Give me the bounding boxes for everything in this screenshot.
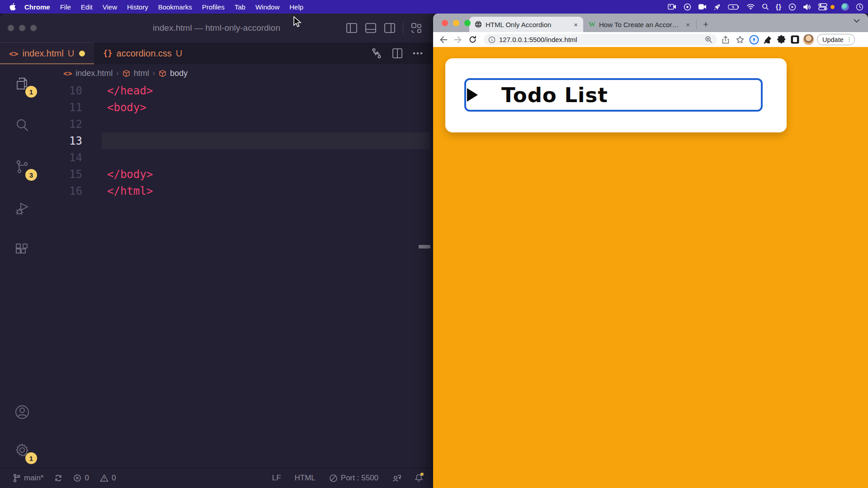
- breadcrumb-file[interactable]: index.html: [75, 69, 113, 78]
- menu-edit[interactable]: Edit: [76, 3, 98, 11]
- menu-profiles[interactable]: Profiles: [197, 3, 230, 11]
- html-file-icon: <>: [63, 69, 72, 78]
- menu-help[interactable]: Help: [284, 3, 308, 11]
- chrome-tab-strip[interactable]: HTML Only Accordion × W How To Create an…: [433, 14, 868, 32]
- minimize-window-button[interactable]: [19, 25, 25, 31]
- code-line: 15 </body>: [44, 166, 433, 183]
- open-changes-icon[interactable]: [371, 47, 382, 59]
- address-bar[interactable]: 127.0.0.1:5500/index.html: [484, 34, 717, 45]
- explorer-icon[interactable]: 1: [9, 70, 35, 97]
- line-number: 15: [44, 168, 82, 181]
- accounts-icon[interactable]: [9, 399, 35, 425]
- line-code: <body>: [107, 101, 146, 114]
- search-icon[interactable]: [9, 112, 35, 138]
- browser-tab-inactive[interactable]: W How To Create an Accordion ×: [583, 17, 695, 32]
- back-icon[interactable]: [438, 36, 449, 43]
- sync-changes-item[interactable]: [54, 474, 62, 482]
- wifi-icon[interactable]: [746, 4, 755, 10]
- tab-filename: index.html: [22, 48, 63, 59]
- record-icon[interactable]: [684, 3, 691, 11]
- menu-chrome[interactable]: Chrome: [19, 3, 55, 11]
- more-actions-icon[interactable]: [412, 52, 423, 55]
- menu-tab[interactable]: Tab: [230, 3, 250, 11]
- breadcrumb-body[interactable]: body: [170, 69, 188, 78]
- browser-tab-active[interactable]: HTML Only Accordion ×: [469, 17, 583, 32]
- close-window-button[interactable]: [8, 25, 14, 31]
- zoom-icon[interactable]: [705, 36, 712, 43]
- tab-search-chevron-icon[interactable]: [854, 19, 860, 23]
- close-tab-icon[interactable]: ×: [686, 21, 690, 28]
- editor-tab-accordion-css[interactable]: {} accordion.css U: [94, 42, 191, 64]
- browser-menu-dots-icon[interactable]: ⋮: [846, 37, 852, 42]
- toggle-primary-sidebar-icon[interactable]: [346, 22, 358, 34]
- profile-avatar[interactable]: [803, 34, 814, 45]
- video-icon[interactable]: [698, 4, 707, 10]
- language-mode[interactable]: HTML: [295, 474, 316, 483]
- accordion-card: Todo List: [445, 58, 787, 132]
- volume-icon[interactable]: [803, 4, 811, 10]
- control-center-icon[interactable]: [818, 3, 827, 10]
- bookmark-star-icon[interactable]: [734, 36, 746, 43]
- code-area[interactable]: 10 </head> 11 <body> 12 13 14: [44, 82, 433, 199]
- source-control-icon[interactable]: 3: [9, 154, 35, 180]
- split-editor-icon[interactable]: [392, 47, 403, 59]
- url-text[interactable]: 127.0.0.1:5500/index.html: [499, 36, 701, 43]
- toggle-panel-icon[interactable]: [365, 22, 377, 34]
- live-share-icon[interactable]: [392, 474, 401, 483]
- eol-indicator[interactable]: LF: [272, 474, 281, 483]
- settings-badge: 1: [25, 452, 37, 464]
- reload-icon[interactable]: [467, 36, 478, 43]
- menu-window[interactable]: Window: [250, 3, 284, 11]
- fullscreen-window-button[interactable]: [464, 20, 471, 26]
- run-debug-icon[interactable]: [9, 195, 35, 221]
- accordion-summary[interactable]: Todo List: [464, 78, 763, 112]
- details-marker-triangle-icon[interactable]: [467, 88, 478, 102]
- settings-gear-icon[interactable]: 1: [9, 437, 35, 463]
- extensions-puzzle-icon[interactable]: [776, 35, 787, 44]
- breadcrumb-html[interactable]: html: [134, 69, 149, 78]
- dark-reader-extension-icon[interactable]: [789, 35, 800, 44]
- live-server-port[interactable]: Port : 5500: [329, 474, 378, 483]
- warnings-item[interactable]: 0: [100, 474, 116, 483]
- battery-icon[interactable]: [728, 4, 740, 10]
- vscode-status-bar: main* 0 0 LF HTML Port : 5500: [0, 468, 433, 488]
- warning-count: 0: [112, 474, 116, 483]
- code-editor[interactable]: <> index.html › html › body 10 </head>: [44, 64, 433, 468]
- notifications-bell-icon[interactable]: [415, 474, 423, 483]
- errors-item[interactable]: 0: [73, 474, 89, 483]
- braces-icon[interactable]: {}: [776, 3, 782, 10]
- password-manager-extension-icon[interactable]: [749, 35, 760, 45]
- clock-icon[interactable]: [856, 3, 863, 11]
- site-info-icon[interactable]: [488, 36, 495, 43]
- forward-icon[interactable]: [452, 36, 464, 43]
- toggle-secondary-sidebar-icon[interactable]: [384, 22, 396, 34]
- menu-file[interactable]: File: [55, 3, 76, 11]
- apple-menu-icon[interactable]: [9, 3, 16, 11]
- camera-icon[interactable]: [668, 4, 677, 10]
- close-tab-icon[interactable]: ×: [574, 21, 578, 28]
- menu-history[interactable]: History: [122, 3, 153, 11]
- close-window-button[interactable]: [442, 20, 448, 26]
- update-label: Update: [822, 36, 844, 43]
- colorpicker-extension-icon[interactable]: [762, 35, 773, 44]
- scrollbar-thumb[interactable]: [419, 245, 430, 249]
- unsaved-changes-dot[interactable]: [79, 51, 85, 56]
- update-chrome-button[interactable]: Update ⋮: [817, 34, 855, 45]
- rocket-icon[interactable]: [713, 3, 721, 11]
- extensions-icon[interactable]: [9, 237, 35, 263]
- line-code: </head>: [107, 84, 153, 97]
- editor-tab-index-html[interactable]: <> index.html U: [0, 42, 94, 64]
- vscode-titlebar[interactable]: index.html — html-only-accordion: [0, 14, 433, 42]
- siri-icon[interactable]: [841, 3, 849, 11]
- customize-layout-icon[interactable]: [410, 22, 422, 34]
- code-line: 12: [44, 116, 433, 132]
- zoom-window-button[interactable]: [30, 25, 37, 31]
- menu-view[interactable]: View: [98, 3, 122, 11]
- new-tab-button[interactable]: +: [699, 19, 712, 30]
- spotlight-search-icon[interactable]: [762, 3, 769, 10]
- minimize-window-button[interactable]: [453, 20, 459, 26]
- git-branch-item[interactable]: main*: [13, 474, 43, 483]
- share-icon[interactable]: [720, 36, 731, 44]
- menu-bookmarks[interactable]: Bookmarks: [153, 3, 197, 11]
- play-circle-icon[interactable]: [788, 3, 796, 11]
